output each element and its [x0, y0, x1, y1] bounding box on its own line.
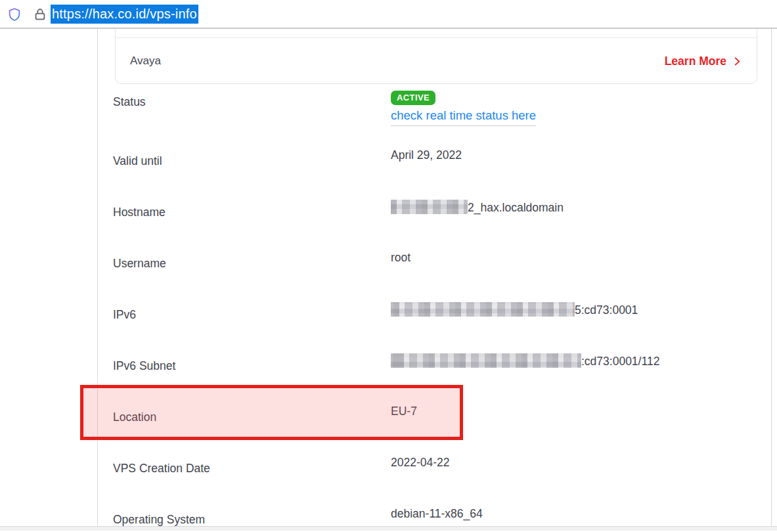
subnet-visible-text: :cd73:0001/112	[581, 355, 659, 368]
ipv6-visible-text: 5:cd73:0001	[575, 303, 638, 317]
right-edge-line	[771, 29, 772, 526]
row-valid-until: Valid until April 29, 2022	[113, 145, 751, 196]
row-location: Location EU-7	[113, 401, 751, 453]
row-value: 2022-04-22	[391, 453, 751, 504]
row-label: VPS Creation Date	[113, 453, 391, 504]
row-username: Username root	[113, 248, 751, 299]
row-value: ACTIVE check real time status here	[391, 86, 751, 145]
address-bar-url-selected[interactable]: https://hax.co.id/vps-info	[51, 5, 198, 24]
row-label: Valid until	[113, 145, 391, 196]
row-vps-creation-date: VPS Creation Date 2022-04-22	[113, 453, 751, 504]
row-label: Hostname	[113, 196, 391, 248]
row-label: IPv6	[113, 299, 391, 350]
addon-title: Avaya	[130, 55, 161, 68]
chevron-right-icon	[732, 56, 742, 66]
browser-toolbar: https://hax.co.id/vps-info	[0, 0, 777, 29]
tracking-protection-shield-icon[interactable]	[7, 7, 22, 22]
row-label: IPv6 Subnet	[113, 350, 391, 401]
connection-secure-lock-icon[interactable]	[33, 7, 47, 22]
row-ipv6: IPv6 5:cd73:0001	[113, 299, 751, 350]
bottom-edge-strip	[0, 526, 777, 531]
learn-more-label: Learn More	[665, 55, 726, 68]
row-status: Status ACTIVE check real time status her…	[113, 86, 751, 145]
row-value: 2_hax.localdomain	[391, 196, 751, 248]
realtime-status-link[interactable]: check real time status here	[391, 108, 536, 126]
vps-info-page: Avaya Learn More Status ACTIVE check rea…	[0, 29, 777, 531]
addon-card: Avaya Learn More	[115, 29, 757, 84]
row-value: April 29, 2022	[391, 145, 751, 196]
hostname-visible-text: 2_hax.localdomain	[468, 201, 564, 214]
row-value: 5:cd73:0001	[391, 299, 751, 350]
learn-more-link[interactable]: Learn More	[665, 55, 742, 68]
redacted-pixelation	[391, 200, 468, 214]
row-ipv6-subnet: IPv6 Subnet :cd73:0001/112	[113, 350, 751, 401]
row-hostname: Hostname 2_hax.localdomain	[113, 196, 751, 248]
row-label: Username	[113, 248, 391, 299]
row-value: :cd73:0001/112	[391, 350, 751, 401]
addon-row-avaya: Avaya Learn More	[116, 38, 757, 84]
row-label: Location	[113, 401, 391, 453]
row-label: Status	[113, 86, 391, 145]
vps-detail-list: Status ACTIVE check real time status her…	[113, 86, 751, 531]
address-bar[interactable]: https://hax.co.id/vps-info	[51, 5, 198, 24]
redacted-pixelation	[391, 302, 575, 317]
redacted-pixelation	[391, 353, 581, 368]
row-value: root	[391, 248, 751, 299]
row-value: EU-7	[391, 401, 751, 453]
left-divider-line	[97, 29, 98, 526]
status-badge: ACTIVE	[391, 91, 435, 105]
